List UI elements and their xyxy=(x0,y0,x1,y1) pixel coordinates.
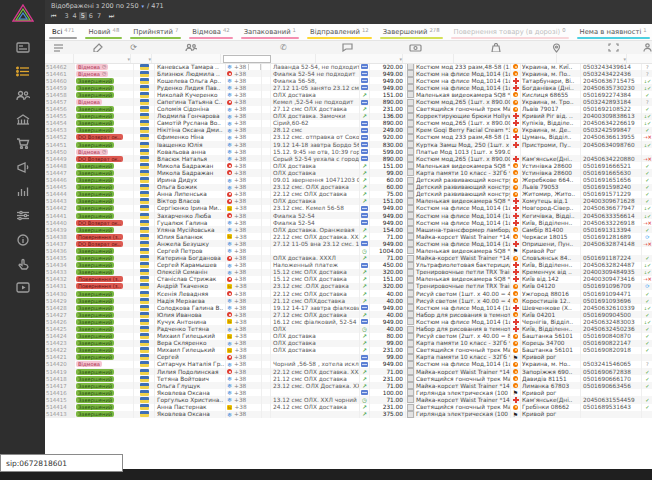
id-column-icon[interactable] xyxy=(45,43,71,52)
phone-column-icon[interactable]: ✆ xyxy=(239,43,328,52)
table-row[interactable]: 514444ЗавершенийАнна Липенська+3822.12 с… xyxy=(45,191,652,198)
orders-list-icon[interactable] xyxy=(14,64,32,79)
table-row[interactable]: 514420ВідмоваСитарчук Наталія Гр..❄+38Чо… xyxy=(45,361,652,368)
customers-column-icon[interactable] xyxy=(143,43,239,52)
table-row[interactable]: 514430ЗавершенийКсенія Левадняя+3822.12 … xyxy=(45,290,652,297)
product-column-icon[interactable] xyxy=(463,43,528,52)
phone-filter[interactable] xyxy=(221,54,316,63)
dashboard-card-icon[interactable] xyxy=(14,40,32,55)
hand-pointer-icon[interactable] xyxy=(14,256,32,271)
location-column-icon[interactable] xyxy=(528,43,585,53)
table-row[interactable]: 514432Повернення (з..Станіслав Стрижак+3… xyxy=(45,276,652,283)
table-row[interactable]: 514424ЗавершенийМихаил Гилецькийlc+38ОЛХ… xyxy=(45,333,652,340)
table-row[interactable]: 514435ЗавершенийКатерина Богданова+38ОЛХ… xyxy=(45,255,652,262)
page-button[interactable]: 3 xyxy=(62,12,70,20)
table-row[interactable]: 514455ЗавершенийЛюдмила Гончарова❄+38ОЛХ… xyxy=(45,113,652,120)
range-dropdown-caret[interactable]: ▾ xyxy=(142,3,145,9)
table-row[interactable]: 514415ЗавершенийГоргулько Христина..❄+38… xyxy=(45,396,652,403)
table-row[interactable]: 514416ЗавершенийЯковлева Оксана❄+38100.0… xyxy=(45,389,652,396)
table-row[interactable]: 514426ЗавершенийКучук Антонинаlc+3816.12… xyxy=(45,318,652,325)
warehouse-icon[interactable] xyxy=(14,112,32,127)
table-row[interactable]: 514413ЗавершенийЯковлева Оксана❄+38↗375.… xyxy=(45,411,652,418)
page-button[interactable]: 4 xyxy=(71,12,79,20)
table-row[interactable]: 514446ЗавершенийИрина Дидух❄+3809.01 зве… xyxy=(45,177,652,184)
cart-icon[interactable] xyxy=(14,136,32,151)
table-row[interactable]: 514414ЗавершенийАнна Пастернакlc+3824.12… xyxy=(45,404,652,411)
table-row[interactable]: 514442ЗавершенийСергіюнко Ірина Ми..lc+3… xyxy=(45,205,652,212)
tab-Всі[interactable]: Всі471 xyxy=(45,24,81,40)
table-row[interactable]: 514418ЗавершенийТетяна Войтович❄+3821.12… xyxy=(45,375,652,382)
table-row[interactable]: 514423ЗавершенийВера Скляренко❄+38ОЛХ до… xyxy=(45,340,652,347)
table-row[interactable]: 514449DO Возврат ок..Власюк Наталья❄+38С… xyxy=(45,155,652,162)
chat-column-icon[interactable] xyxy=(328,43,368,52)
table-row[interactable]: 514428ЗавершенийСолодкова Галина В..❄+38… xyxy=(45,304,652,311)
tab-Запакований[interactable]: Запакований1 xyxy=(237,24,303,40)
flag-filter[interactable]: ▾ xyxy=(131,54,152,63)
table-row[interactable]: 514440DO Возврат ок..Гуцалюк Галина❄+38Ф… xyxy=(45,219,652,226)
table-row[interactable]: 514421ЗавершенийСергей+3899.00Карта памя… xyxy=(45,354,652,361)
table-row[interactable]: 514453ЗавершенийНікітіна Оксана Дми..❄+3… xyxy=(45,127,652,134)
table-row[interactable]: 514422ЗавершенийМихаил Гилецькийlc+38ОЛХ… xyxy=(45,347,652,354)
app-logo[interactable] xyxy=(0,0,45,26)
table-row[interactable]: 514460ЗавершенийКошелева Ольга Ар..❄+38Ф… xyxy=(45,77,652,84)
order-id: 514440 xyxy=(45,219,75,226)
table-row[interactable]: 514438Повернення (з..Юлия Баланюкlc+3822… xyxy=(45,233,652,240)
tab-Відмова[interactable]: Відмова42 xyxy=(185,24,236,40)
table-row[interactable]: 514443ЗавершенийВіктор Власов+38ОЛХ дост… xyxy=(45,198,652,205)
table-row[interactable]: 514459ЗавершенийРуденко Лидия Пав..❄+382… xyxy=(45,84,652,91)
table-row[interactable]: 514431Повернення (з..Андрій Ткаченкоlc+3… xyxy=(45,283,652,290)
page-button[interactable]: 6 xyxy=(87,12,95,20)
status-filter[interactable]: ▾ xyxy=(74,54,131,63)
table-row[interactable]: 514445ЗавершенийОльга Божик❄+3823.12 смс… xyxy=(45,184,652,191)
table-row[interactable]: 514433ЗавершенийОлексій Семанін❄+3815.12… xyxy=(45,269,652,276)
first-page-button[interactable]: ⏮ xyxy=(51,12,56,20)
refresh-column-icon[interactable]: ⟳ xyxy=(124,43,143,52)
tab-Новий[interactable]: Новий48 xyxy=(81,24,126,40)
megaphone-icon[interactable] xyxy=(14,160,32,175)
money-column-icon[interactable] xyxy=(367,44,463,52)
tab-Відправлений[interactable]: Відправлений12 xyxy=(303,24,376,40)
sip-call-popup[interactable]: sip:0672818601 xyxy=(0,454,123,472)
stats-chart-icon[interactable] xyxy=(14,184,32,199)
comment-filter[interactable]: ▾ xyxy=(316,54,403,63)
tab-Нема в наявності[interactable]: Нема в наявності1 xyxy=(573,24,652,40)
table-row[interactable]: 514458ЗавершенийНиколай Кучеренко❄+38ОЛХ… xyxy=(45,91,652,98)
last-page-button[interactable]: ⏭ xyxy=(109,12,114,20)
table-row[interactable]: 514447ЗавершенийМикола Бадражан+38ОЛХ до… xyxy=(45,169,652,176)
table-row[interactable]: 514454ЗавершенийСамотій Руслана Во..❄+38… xyxy=(45,120,652,127)
table-row[interactable]: 514437DO Возврат ок..Анжела Безушку❄+382… xyxy=(45,240,652,247)
table-row[interactable]: 514452DO Возврат ок..Єфименко Ніна❄+3823… xyxy=(45,134,652,141)
page-button[interactable]: 7 xyxy=(95,12,103,20)
table-row[interactable]: 514461Відмова◷Близнюк Людмила ..+38Фиалк… xyxy=(45,70,652,77)
address-filter[interactable]: ▾ xyxy=(557,54,627,63)
video-tutorial-icon[interactable] xyxy=(14,280,32,295)
table-row[interactable]: 514451ЗавершенийІващенко Юлія❄+3819.12 1… xyxy=(45,141,652,148)
info-icon[interactable] xyxy=(14,232,32,247)
table-row[interactable]: 514448ЗавершенийМикола Бадражан+38ОЛХ до… xyxy=(45,162,652,169)
table-row[interactable]: 514436ЗавершенийСергей Петров❄+38◷1004.0… xyxy=(45,247,652,254)
table-row[interactable]: 514450Відмова◷Ковальова анна❄+3815.12. 9… xyxy=(45,148,652,155)
clients-icon[interactable] xyxy=(14,88,32,103)
tab-Завершений[interactable]: Завершений278 xyxy=(376,24,447,40)
table-row[interactable]: 514417ЗавершенийОльга Глущук❄+3823.12 см… xyxy=(45,382,652,389)
tracking-column-icon[interactable] xyxy=(585,43,643,52)
table-row[interactable]: 514456ЗавершенийСоломія Сідоніна❄+3827.1… xyxy=(45,106,652,113)
settings-sliders-icon[interactable] xyxy=(14,208,32,223)
missed-call-icon xyxy=(227,100,232,105)
table-row[interactable]: 514462Відмова◷Каневська Тамара ..❄+38Лав… xyxy=(45,63,652,70)
table-row[interactable]: 514457ВідмоваСапегина Татьяна С..+38Кеме… xyxy=(45,98,652,105)
table-row[interactable]: 514441ЗавершенийЗахарченко Люба+38Фиалка… xyxy=(45,212,652,219)
tab-Прийнятий[interactable]: Прийнятий7 xyxy=(126,24,185,40)
table-row[interactable]: 514427ЗавершенийЮлия Иванова+3827.12 смс… xyxy=(45,311,652,318)
page-button[interactable]: 5 xyxy=(79,12,87,20)
table-row[interactable]: 514425ЗавершенийРадченко Тетяна❄+38ОЛХ◷4… xyxy=(45,325,652,332)
phone-filter-input[interactable] xyxy=(223,55,271,63)
table-row[interactable]: 514434ЗавершенийСергей Карамышев❄+38Нало… xyxy=(45,262,652,269)
table-row[interactable]: 514419ЗавершенийЛилия Подолинская+3822.1… xyxy=(45,368,652,375)
tab-Повернення товару (в дорозі)[interactable]: Повернення товару (в дорозі)0 xyxy=(447,24,573,40)
manager-column-icon[interactable] xyxy=(643,43,652,52)
status-column-icon[interactable] xyxy=(71,43,124,52)
table-row[interactable]: 514429ЗавершенийНадія Мерзаєва❄+3821.12 … xyxy=(45,297,652,304)
table-row[interactable]: 514439ЗавершенийУляна Мусійовська❄+38ОЛХ… xyxy=(45,226,652,233)
price: 99.00 xyxy=(370,169,406,176)
